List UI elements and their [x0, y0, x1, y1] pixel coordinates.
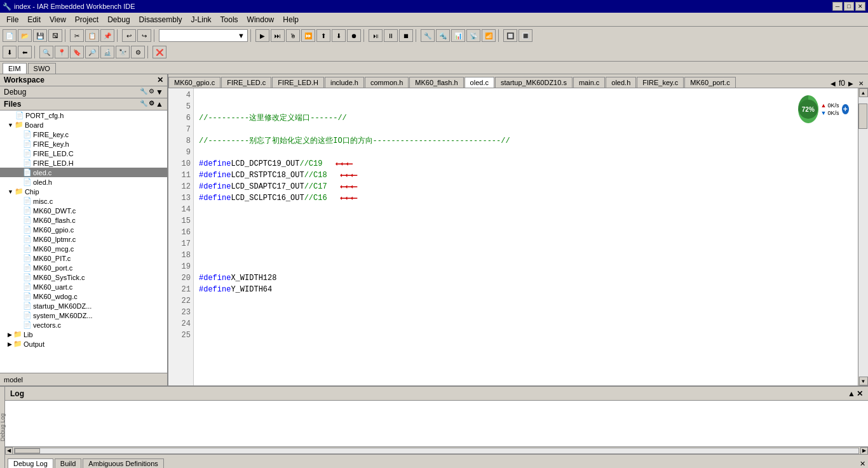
redo-btn[interactable]: ↪ [137, 29, 151, 42]
open-btn[interactable]: 📂 [18, 29, 32, 42]
tab-include[interactable]: include.h [325, 77, 364, 88]
step-btn3[interactable]: 🖱 [286, 29, 300, 42]
misc-btn2[interactable]: 🔩 [436, 29, 450, 42]
tree-item-5[interactable]: 📄FIRE_LED.H [0, 158, 167, 168]
tree-item-6[interactable]: 📄oled.c [0, 168, 167, 177]
menu-file[interactable]: File [3, 14, 22, 25]
log-scroll-left-btn[interactable]: ◀ [5, 447, 13, 455]
folder-expand-8[interactable]: ▼ [8, 189, 13, 195]
ws-config-icon2[interactable]: ⚙ [149, 88, 154, 97]
tree-item-11[interactable]: 📄MK60_flash.c [0, 215, 167, 225]
tab-oled-c[interactable]: oled.c [465, 77, 494, 88]
menu-window[interactable]: Window [243, 14, 278, 25]
net-add-button[interactable]: + [842, 104, 849, 114]
editor-scrollbar[interactable]: ▲ ▼ [858, 88, 868, 385]
files-icon1[interactable]: 🔧 [140, 100, 147, 109]
step-btn5[interactable]: ⬆ [316, 29, 330, 42]
tree-item-1[interactable]: ▼📁Board [0, 120, 167, 130]
workspace-close-icon[interactable]: ✕ [157, 76, 163, 84]
tab-nav-left[interactable]: ◀ [829, 80, 837, 87]
menu-edit[interactable]: Edit [24, 14, 44, 25]
folder-expand-23[interactable]: ▶ [8, 331, 12, 338]
close-button[interactable]: ✕ [855, 2, 865, 11]
t2-btn9[interactable]: ⚙ [131, 46, 145, 58]
ws-config-icon1[interactable]: 🔧 [140, 88, 147, 97]
tree-item-20[interactable]: 📄startup_MK60DZ... [0, 301, 167, 311]
tab-fire-key[interactable]: FIRE_key.c [637, 77, 684, 88]
files-expand[interactable]: ▲ [156, 100, 163, 109]
menu-tools[interactable]: Tools [217, 14, 242, 25]
tree-item-4[interactable]: 📄FIRE_LED.C [0, 149, 167, 158]
subtab-eim[interactable]: EIM [3, 63, 27, 74]
tree-item-21[interactable]: 📄system_MK60DZ... [0, 311, 167, 320]
tab-close[interactable]: ✕ [857, 80, 865, 87]
tab-nav-right[interactable]: ▶ [846, 80, 855, 87]
code-editor[interactable]: 45678910111213141516171819202122232425 /… [168, 88, 868, 385]
t2-btn5[interactable]: 🔖 [70, 46, 84, 58]
tree-item-22[interactable]: 📄vectors.c [0, 320, 167, 330]
menu-debug[interactable]: Debug [104, 14, 133, 25]
folder-expand-24[interactable]: ▶ [8, 341, 12, 347]
log-up-icon[interactable]: ▲ [848, 389, 855, 398]
tree-item-24[interactable]: ▶📁Output [0, 339, 167, 349]
t2-btn10[interactable]: ❌ [153, 46, 166, 58]
minimize-button[interactable]: ─ [832, 2, 843, 11]
menu-view[interactable]: View [46, 14, 70, 25]
debug-dropdown[interactable]: Debug 🔧 ⚙ ▼ [0, 86, 167, 98]
step-btn7[interactable]: ⏺ [347, 29, 361, 42]
tree-item-15[interactable]: 📄MK60_PIT.c [0, 253, 167, 263]
paste-btn[interactable]: 📌 [100, 29, 114, 42]
new-file-btn[interactable]: 📄 [3, 29, 17, 42]
run-btn3[interactable]: ⏹ [399, 29, 413, 42]
t2-btn1[interactable]: ⬇ [3, 46, 17, 58]
tab-mk60-port[interactable]: MK60_port.c [684, 77, 735, 88]
copy-btn[interactable]: 📋 [85, 29, 99, 42]
scroll-down-btn[interactable]: ▼ [859, 377, 868, 385]
maximize-button[interactable]: □ [844, 2, 854, 11]
misc-btn1[interactable]: 🔧 [421, 29, 435, 42]
scroll-track[interactable] [858, 97, 868, 377]
scroll-up-btn[interactable]: ▲ [859, 88, 868, 97]
log-tab-build[interactable]: Build [55, 458, 81, 468]
tree-item-19[interactable]: 📄MK60_wdog.c [0, 291, 167, 301]
log-tab-debug[interactable]: Debug Log [8, 458, 53, 468]
subtab-swo[interactable]: SWO [28, 63, 56, 74]
t2-btn3[interactable]: 🔍 [39, 46, 53, 58]
misc-btn7[interactable]: 🔳 [519, 29, 532, 42]
tree-item-18[interactable]: 📄MK60_uart.c [0, 282, 167, 291]
tree-item-10[interactable]: 📄MK60_DWT.c [0, 206, 167, 215]
log-scroll-thumb[interactable] [15, 448, 40, 453]
step-btn1[interactable]: ▶ [255, 29, 269, 42]
misc-btn5[interactable]: 📶 [482, 29, 496, 42]
tree-item-0[interactable]: 📄PORT_cfg.h [0, 110, 167, 120]
log-scroll-right-btn[interactable]: ▶ [860, 447, 868, 455]
tree-item-2[interactable]: 📄FIRE_key.c [0, 130, 167, 139]
files-icon2[interactable]: ⚙ [149, 100, 154, 109]
tab-main[interactable]: main.c [573, 77, 605, 88]
tree-item-23[interactable]: ▶📁Lib [0, 330, 167, 339]
menu-project[interactable]: Project [71, 14, 102, 25]
run-btn1[interactable]: ⏯ [369, 29, 383, 42]
t2-btn8[interactable]: 🔭 [116, 46, 130, 58]
tab-oled-h[interactable]: oled.h [606, 77, 636, 88]
t2-btn2[interactable]: ⬅ [18, 46, 32, 58]
misc-btn4[interactable]: 📡 [466, 29, 480, 42]
tree-item-7[interactable]: 📄oled.h [0, 177, 167, 187]
misc-btn3[interactable]: 📊 [451, 29, 465, 42]
save-btn[interactable]: 💾 [33, 29, 47, 42]
t2-btn4[interactable]: 📍 [55, 46, 69, 58]
debug-dropdown-arrow[interactable]: ▼ [156, 88, 163, 97]
cut-btn[interactable]: ✂ [70, 29, 84, 42]
tab-fire-led-c[interactable]: FIRE_LED.c [221, 77, 271, 88]
tree-item-12[interactable]: 📄MK60_gpio.c [0, 225, 167, 234]
scroll-thumb[interactable] [858, 104, 867, 129]
folder-expand-1[interactable]: ▼ [8, 122, 13, 128]
log-close-icon[interactable]: ✕ [857, 389, 863, 398]
t2-btn6[interactable]: 🔎 [85, 46, 99, 58]
tab-fire-led-h[interactable]: FIRE_LED.H [272, 77, 324, 88]
log-tabs-close[interactable]: ✕ [860, 460, 865, 468]
tree-item-8[interactable]: ▼📁Chip [0, 187, 167, 196]
config-dropdown[interactable]: ▼ [159, 29, 248, 42]
menu-help[interactable]: Help [279, 14, 302, 25]
tree-item-16[interactable]: 📄MK60_port.c [0, 263, 167, 272]
